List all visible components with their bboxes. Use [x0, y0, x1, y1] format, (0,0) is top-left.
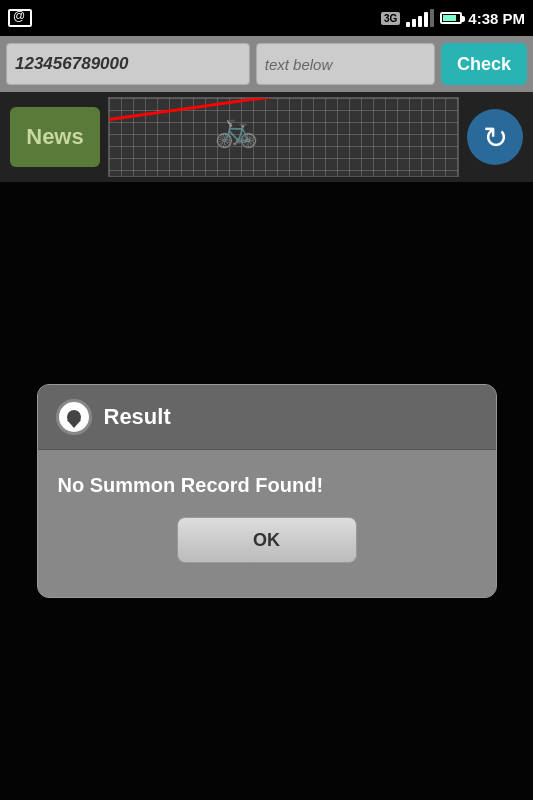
down-arrow-icon [67, 410, 81, 424]
email-icon [8, 9, 32, 27]
dialog-body: No Summon Record Found! OK [38, 450, 496, 597]
battery-icon [440, 12, 462, 24]
placeholder-text: text below [265, 56, 333, 73]
refresh-icon: ↻ [483, 120, 508, 155]
status-bar: 3G 4:38 PM [0, 0, 533, 36]
dialog-overlay: Result No Summon Record Found! OK [0, 182, 533, 800]
ok-button[interactable]: OK [177, 517, 357, 563]
dialog-icon [56, 399, 92, 435]
number-input-display[interactable]: 123456789000 [6, 43, 250, 85]
dialog-header: Result [38, 385, 496, 450]
dialog-title: Result [104, 404, 171, 430]
refresh-button[interactable]: ↻ [467, 109, 523, 165]
banner-image: 🚲 [108, 97, 459, 177]
status-left-icons [8, 9, 32, 27]
check-button[interactable]: Check [441, 43, 527, 85]
banner-area: News 🚲 ↻ [0, 92, 533, 182]
network-badge: 3G [381, 12, 400, 25]
time-display: 4:38 PM [468, 10, 525, 27]
signal-bars-icon [406, 9, 434, 27]
news-button[interactable]: News [10, 107, 100, 167]
banner-figure: 🚲 [214, 108, 259, 150]
dialog-footer: OK [58, 517, 476, 573]
result-dialog: Result No Summon Record Found! OK [37, 384, 497, 598]
number-value: 123456789000 [15, 54, 128, 74]
status-right-info: 3G 4:38 PM [381, 9, 525, 27]
dialog-message: No Summon Record Found! [58, 474, 476, 497]
text-input-display[interactable]: text below [256, 43, 435, 85]
input-row: 123456789000 text below Check [0, 36, 533, 92]
